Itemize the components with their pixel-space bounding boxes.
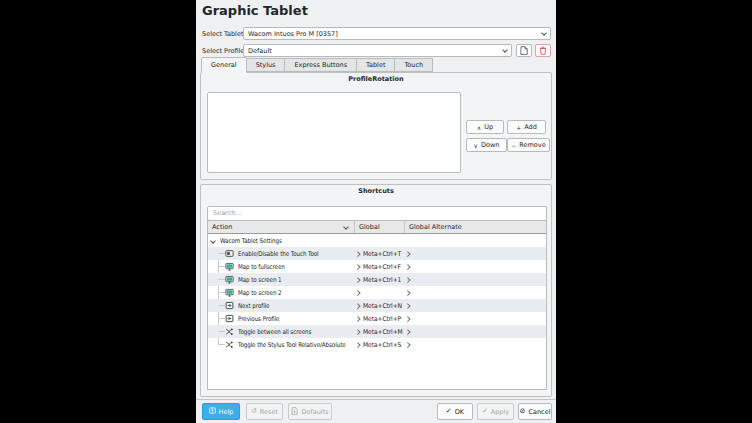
global-shortcut-cell[interactable]: Meta+Ctrl+N: [354, 299, 404, 312]
add-button[interactable]: + Add: [507, 120, 546, 134]
defaults-icon: [291, 407, 298, 417]
tablet-select[interactable]: Wacom Intuos Pro M [0357]: [243, 27, 551, 40]
expander-collapsed-icon[interactable]: [405, 316, 410, 321]
table-row[interactable]: Map to screen 1 Meta+Ctrl+1: [208, 273, 546, 286]
ok-button-label: OK: [455, 408, 464, 416]
cancel-button-label: Cancel: [528, 408, 550, 416]
reset-button[interactable]: ↺ Reset: [246, 403, 283, 420]
shuffle-icon: [225, 340, 234, 349]
tree-branch-stub: [218, 292, 225, 293]
shortcuts-group: Shortcuts Action Global Global Alternate: [200, 184, 552, 397]
action-label: Previous Profile: [238, 315, 279, 323]
tablet-select-value: Wacom Intuos Pro M [0357]: [248, 30, 538, 38]
expander-collapsed-icon[interactable]: [405, 251, 410, 256]
global-shortcut-cell[interactable]: Meta+Ctrl+1: [354, 273, 404, 286]
profile-rotation-list[interactable]: [207, 92, 461, 173]
table-body: Wacom Tablet Settings Enable/Disable the…: [208, 234, 546, 389]
tablet-icon: [225, 249, 234, 258]
global-alternate-cell[interactable]: [404, 338, 546, 351]
expander-collapsed-icon[interactable]: [405, 342, 410, 347]
expander-collapsed-icon[interactable]: [355, 264, 360, 269]
global-shortcut-cell[interactable]: Meta+Ctrl+M: [354, 325, 404, 338]
column-header-action[interactable]: Action: [208, 221, 354, 233]
chevron-up-icon: ∧: [477, 124, 481, 131]
global-shortcut-cell[interactable]: Meta+Ctrl+T: [354, 247, 404, 260]
expander-collapsed-icon[interactable]: [405, 264, 410, 269]
cancel-button[interactable]: ⊘ Cancel: [518, 403, 552, 420]
table-row[interactable]: Map to fullscreen Meta+Ctrl+F: [208, 260, 546, 273]
expander-collapsed-icon[interactable]: [355, 290, 360, 295]
table-row[interactable]: Map to screen 2: [208, 286, 546, 299]
expander-collapsed-icon[interactable]: [355, 277, 360, 282]
expander-collapsed-icon[interactable]: [405, 290, 410, 295]
profile-select-value: Default: [248, 47, 499, 55]
monitor-icon: [225, 262, 234, 271]
document-new-icon: [520, 46, 528, 55]
up-button[interactable]: ∧ Up: [466, 120, 504, 134]
global-shortcut-cell[interactable]: Meta+Ctrl+P: [354, 312, 404, 325]
action-label: Map to screen 1: [238, 276, 282, 284]
expander-collapsed-icon[interactable]: [355, 329, 360, 334]
table-row-group[interactable]: Wacom Tablet Settings: [208, 234, 546, 247]
monitor-icon: [225, 288, 234, 297]
profile-select[interactable]: Default: [243, 44, 512, 57]
global-alternate-cell[interactable]: [404, 247, 546, 260]
global-shortcut-cell[interactable]: [354, 286, 404, 299]
profile-rotation-title: ProfileRotation: [201, 75, 551, 83]
global-shortcut-label: Meta+Ctrl+T: [363, 250, 401, 258]
ok-button[interactable]: ✓ OK: [437, 403, 473, 420]
global-alternate-cell[interactable]: [404, 286, 546, 299]
shortcuts-table: Action Global Global Alternate Wacom Tab…: [207, 220, 547, 390]
global-alternate-cell[interactable]: [404, 312, 546, 325]
global-shortcut-cell[interactable]: Meta+Ctrl+S: [354, 338, 404, 351]
tab-stylus[interactable]: Stylus: [247, 58, 285, 72]
tab-express-buttons[interactable]: Express Buttons: [284, 58, 356, 72]
column-header-global[interactable]: Global: [354, 221, 404, 233]
table-row[interactable]: Previous Profile Meta+Ctrl+P: [208, 312, 546, 325]
column-header-global-alternate[interactable]: Global Alternate: [404, 221, 546, 233]
search-input[interactable]: [207, 206, 547, 221]
cancel-icon: ⊘: [520, 408, 526, 415]
table-row[interactable]: Toggle the Stylus Tool Relative/Absolute…: [208, 338, 546, 351]
expander-collapsed-icon[interactable]: [355, 342, 360, 347]
remove-button[interactable]: − Remove: [507, 138, 550, 152]
down-button[interactable]: ∨ Down: [466, 138, 507, 152]
help-button-label: Help: [219, 408, 234, 416]
expander-collapsed-icon[interactable]: [355, 303, 360, 308]
add-button-label: Add: [524, 123, 537, 131]
expander-collapsed-icon[interactable]: [355, 251, 360, 256]
delete-profile-button[interactable]: [535, 44, 551, 57]
group-label: Wacom Tablet Settings: [220, 237, 282, 245]
expander-collapsed-icon[interactable]: [405, 277, 410, 282]
previous-profile-icon: [225, 314, 234, 323]
tab-tablet[interactable]: Tablet: [356, 58, 394, 72]
expander-collapsed-icon[interactable]: [405, 303, 410, 308]
global-alternate-cell[interactable]: [404, 325, 546, 338]
tab-general[interactable]: General: [201, 57, 247, 73]
tab-touch[interactable]: Touch: [394, 58, 433, 72]
expander-collapsed-icon[interactable]: [355, 316, 360, 321]
global-alternate-cell[interactable]: [404, 273, 546, 286]
table-row[interactable]: Enable/Disable the Touch Tool Meta+Ctrl+…: [208, 247, 546, 260]
expander-collapsed-icon[interactable]: [405, 329, 410, 334]
global-alternate-cell[interactable]: [404, 260, 546, 273]
table-row[interactable]: Next profile Meta+Ctrl+N: [208, 299, 546, 312]
global-shortcut-label: Meta+Ctrl+M: [363, 328, 403, 336]
apply-button[interactable]: ✓ Apply: [477, 403, 514, 420]
defaults-button[interactable]: Defaults: [288, 403, 332, 420]
new-profile-button[interactable]: [516, 44, 532, 57]
tree-branch-stub: [218, 279, 225, 280]
tree-branch-stub: [218, 266, 225, 267]
chevron-down-icon: [502, 47, 508, 53]
sort-indicator-icon: [343, 224, 349, 230]
table-row[interactable]: Toggle between all screens Meta+Ctrl+M: [208, 325, 546, 338]
up-button-label: Up: [484, 123, 493, 131]
expander-open-icon[interactable]: [210, 238, 216, 244]
trash-icon: [539, 46, 547, 55]
global-shortcut-label: Meta+Ctrl+1: [363, 276, 401, 284]
global-shortcut-cell[interactable]: Meta+Ctrl+F: [354, 260, 404, 273]
profile-rotation-group: ProfileRotation ∧ Up + Add ∨ Down − Remo…: [200, 72, 552, 180]
global-alternate-cell[interactable]: [404, 299, 546, 312]
help-button[interactable]: Help: [202, 403, 240, 420]
tree-branch-stub: [218, 344, 225, 345]
